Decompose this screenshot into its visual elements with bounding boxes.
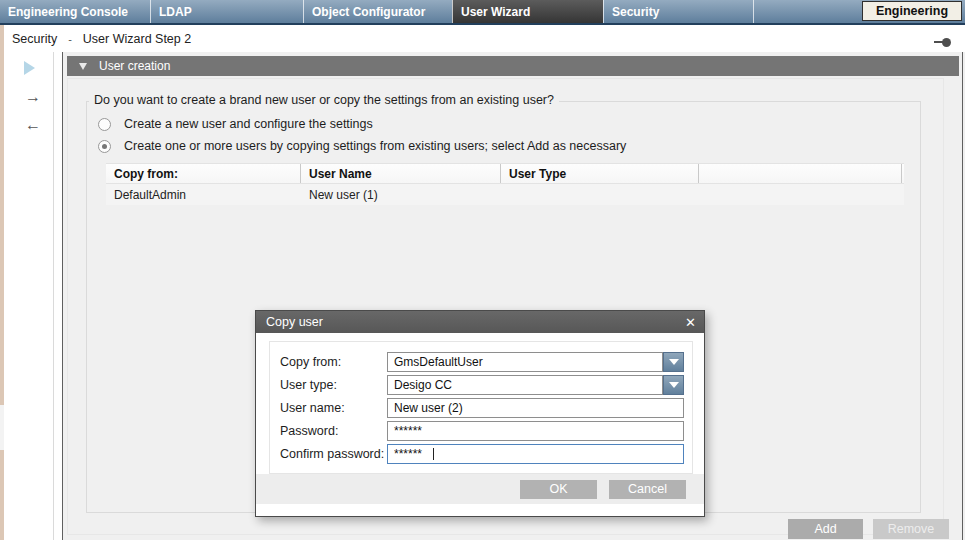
breadcrumb-root[interactable]: Security [12, 32, 57, 46]
form-row-confirm-password: Confirm password: [280, 444, 684, 464]
dialog-form-panel: Copy from: GmsDefaultUser User type: Des… [269, 341, 693, 474]
radio-label-new-user: Create a new user and configure the sett… [124, 117, 373, 131]
cancel-button[interactable]: Cancel [609, 480, 686, 499]
breadcrumb-separator: - [68, 33, 72, 45]
add-button[interactable]: Add [788, 519, 863, 539]
form-row-user-type: User type: Desigo CC [280, 375, 684, 395]
confirm-password-field[interactable] [387, 444, 684, 464]
tab-object-configurator[interactable]: Object Configurator [303, 0, 452, 23]
play-icon[interactable] [24, 61, 35, 75]
user-type-dropdown[interactable]: Desigo CC [387, 375, 684, 395]
column-header-user-type[interactable]: User Type [501, 164, 699, 183]
user-creation-section-header[interactable]: User creation [67, 56, 959, 76]
remove-button-disabled[interactable]: Remove [873, 519, 949, 539]
radio-button-unselected[interactable] [98, 118, 111, 131]
password-label: Password: [280, 424, 387, 438]
breadcrumb-row: Security - User Wizard Step 2 [0, 25, 965, 52]
copy-from-dropdown-button[interactable] [663, 352, 684, 372]
user-type-dropdown-button[interactable] [663, 375, 684, 395]
user-name-field[interactable] [387, 398, 684, 418]
groupbox-question: Do you want to create a brand new user o… [89, 93, 559, 107]
confirm-password-field-wrap [387, 444, 684, 464]
text-cursor [433, 448, 434, 460]
dialog-title: Copy user [266, 315, 323, 329]
table-row[interactable]: DefaultAdmin New user (1) [106, 184, 904, 205]
forward-arrow-icon[interactable]: → [18, 89, 48, 105]
radio-button-selected[interactable] [98, 140, 111, 153]
breadcrumb: Security - User Wizard Step 2 [12, 25, 191, 52]
column-header-copy-from[interactable]: Copy from: [106, 164, 301, 183]
close-icon[interactable]: ✕ [685, 311, 696, 333]
tab-ldap[interactable]: LDAP [150, 0, 303, 23]
radio-option-copy-users[interactable]: Create one or more users by copying sett… [98, 139, 626, 153]
radio-label-copy-users: Create one or more users by copying sett… [124, 139, 626, 153]
tab-user-wizard[interactable]: User Wizard [452, 0, 603, 23]
top-tab-bar: Engineering Console LDAP Object Configur… [0, 0, 965, 25]
user-type-label: User type: [280, 378, 387, 392]
ok-button[interactable]: OK [520, 480, 597, 499]
tab-engineering-console[interactable]: Engineering Console [0, 0, 150, 23]
password-field-wrap [387, 421, 684, 441]
dialog-title-bar[interactable]: Copy user ✕ [256, 311, 704, 333]
cell-user-name: New user (1) [301, 184, 501, 205]
form-row-copy-from: Copy from: GmsDefaultUser [280, 352, 684, 372]
dropdown-arrow-icon [669, 359, 679, 365]
radio-option-new-user[interactable]: Create a new user and configure the sett… [98, 117, 373, 131]
cell-copy-from: DefaultAdmin [106, 184, 301, 205]
dialog-button-bar: OK Cancel [256, 474, 704, 504]
section-header-label: User creation [99, 59, 170, 73]
table-header-row: Copy from: User Name User Type [106, 163, 904, 184]
cell-user-type [501, 184, 699, 205]
column-header-user-name[interactable]: User Name [301, 164, 501, 183]
copy-from-dropdown[interactable]: GmsDefaultUser [387, 352, 684, 372]
pin-icon-dot [942, 38, 951, 47]
cell-extra [699, 184, 902, 205]
password-field[interactable] [387, 421, 684, 441]
wizard-sidebar: → ← [4, 52, 62, 540]
engineering-mode-button[interactable]: Engineering [862, 1, 962, 21]
form-row-user-name: User name: [280, 398, 684, 418]
tab-security[interactable]: Security [603, 0, 753, 23]
breadcrumb-current: User Wizard Step 2 [83, 32, 191, 46]
confirm-password-label: Confirm password: [280, 447, 387, 461]
back-arrow-icon[interactable]: ← [18, 117, 48, 133]
dropdown-arrow-icon [669, 382, 679, 388]
copy-users-table: Copy from: User Name User Type DefaultAd… [106, 163, 904, 205]
copy-from-dropdown-value: GmsDefaultUser [387, 352, 663, 372]
sidebar-divider [53, 52, 54, 540]
copy-from-label: Copy from: [280, 355, 387, 369]
user-name-field-wrap [387, 398, 684, 418]
pin-icon[interactable] [934, 38, 951, 47]
column-header-empty[interactable] [699, 164, 902, 183]
form-row-password: Password: [280, 421, 684, 441]
user-type-dropdown-value: Desigo CC [387, 375, 663, 395]
copy-user-dialog: Copy user ✕ Copy from: GmsDefaultUser Us… [255, 310, 705, 517]
collapse-triangle-icon [79, 63, 87, 70]
user-name-label: User name: [280, 401, 387, 415]
